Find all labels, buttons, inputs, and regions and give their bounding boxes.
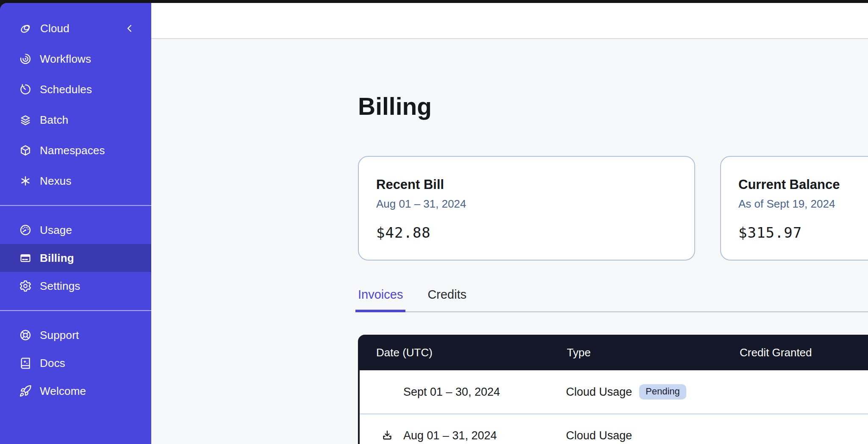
sidebar-item-label: Nexus: [40, 175, 72, 188]
billing-page: Billing Recent Bill Aug 01 – 31, 2024 $4…: [151, 39, 868, 444]
top-bar: [151, 3, 868, 39]
download-invoice-button[interactable]: [378, 429, 397, 442]
table-row: Sept 01 – 30, 2024 Cloud Usage Pending: [360, 370, 868, 413]
summary-cards: Recent Bill Aug 01 – 31, 2024 $42.88 Cur…: [358, 156, 868, 261]
type-cell: Cloud Usage Pending: [549, 384, 721, 399]
sidebar-item-welcome[interactable]: Welcome: [0, 377, 151, 405]
page-title: Billing: [358, 94, 868, 119]
billing-tabs: Invoices Credits: [358, 288, 868, 312]
sidebar-item-label: Billing: [40, 252, 74, 265]
sidebar-item-batch[interactable]: Batch: [0, 105, 151, 135]
sidebar-divider: [0, 205, 151, 206]
sidebar: Cloud Workflows: [0, 3, 151, 444]
sidebar-item-label: Batch: [40, 114, 69, 127]
nexus-asterisk-icon: [19, 175, 32, 187]
card-amount: $42.88: [376, 224, 677, 241]
invoice-date: Sept 01 – 30, 2024: [403, 386, 500, 399]
sidebar-nav-account: Usage Billing: [0, 216, 151, 300]
sidebar-item-settings[interactable]: Settings: [0, 272, 151, 300]
sidebar-divider: [0, 310, 151, 311]
batch-layers-icon: [19, 114, 32, 126]
column-header-credit-granted: Credit Granted: [721, 346, 868, 359]
usage-gauge-icon: [19, 224, 32, 236]
app-window: Cloud Workflows: [0, 3, 868, 444]
sidebar-item-namespaces[interactable]: Namespaces: [0, 135, 151, 166]
support-lifebuoy-icon: [19, 329, 32, 341]
card-amount: $315.97: [738, 224, 868, 241]
invoice-type: Cloud Usage: [566, 386, 632, 399]
schedules-clock-icon: [19, 83, 32, 96]
column-header-type: Type: [549, 346, 721, 359]
invoice-date: Aug 01 – 31, 2024: [403, 429, 497, 442]
sidebar-item-billing[interactable]: Billing: [0, 244, 151, 272]
date-cell: Sept 01 – 30, 2024: [360, 386, 549, 399]
sidebar-item-label: Support: [40, 329, 79, 342]
sidebar-item-docs[interactable]: Docs: [0, 349, 151, 377]
tab-credits[interactable]: Credits: [425, 288, 469, 311]
table-body: Sept 01 – 30, 2024 Cloud Usage Pending: [358, 370, 868, 444]
sidebar-item-label: Workflows: [40, 53, 91, 66]
type-cell: Cloud Usage: [549, 429, 721, 442]
welcome-rocket-icon: [19, 385, 32, 397]
sidebar-item-label: Namespaces: [40, 144, 105, 157]
recent-bill-card: Recent Bill Aug 01 – 31, 2024 $42.88: [358, 156, 695, 261]
product-name: Cloud: [40, 22, 69, 35]
docs-book-icon: [19, 357, 32, 369]
billing-credit-card-icon: [19, 252, 32, 264]
sidebar-item-label: Usage: [40, 224, 72, 237]
sidebar-item-support[interactable]: Support: [0, 321, 151, 349]
current-balance-card: Current Balance As of Sept 19, 2024 $315…: [720, 156, 868, 261]
invoices-table: Date (UTC) Type Credit Granted Sept 01 –…: [358, 335, 868, 444]
sidebar-header: Cloud: [0, 13, 151, 44]
namespaces-cube-icon: [19, 144, 32, 157]
status-badge: Pending: [639, 384, 686, 399]
settings-gear-icon: [19, 280, 32, 292]
chevron-left-icon: [124, 23, 135, 34]
table-header: Date (UTC) Type Credit Granted: [358, 335, 868, 370]
sidebar-item-label: Settings: [40, 280, 80, 293]
sidebar-item-schedules[interactable]: Schedules: [0, 74, 151, 105]
sidebar-item-usage[interactable]: Usage: [0, 216, 151, 244]
sidebar-collapse-button[interactable]: [122, 21, 137, 36]
table-row: Aug 01 – 31, 2024 Cloud Usage: [360, 413, 868, 444]
sidebar-nav-resources: Support Docs: [0, 321, 151, 405]
column-header-date: Date (UTC): [358, 346, 549, 359]
card-period: Aug 01 – 31, 2024: [376, 197, 677, 211]
temporal-logo-icon: [19, 22, 32, 35]
card-title: Recent Bill: [376, 177, 677, 193]
sidebar-nav-primary: Workflows Schedules: [0, 44, 151, 196]
workflows-spiral-icon: [19, 53, 32, 65]
card-title: Current Balance: [738, 177, 868, 193]
date-cell: Aug 01 – 31, 2024: [360, 429, 549, 442]
invoice-type: Cloud Usage: [566, 429, 632, 442]
sidebar-item-nexus[interactable]: Nexus: [0, 166, 151, 196]
main-area: Billing Recent Bill Aug 01 – 31, 2024 $4…: [151, 3, 868, 444]
tab-invoices[interactable]: Invoices: [355, 288, 405, 312]
sidebar-item-workflows[interactable]: Workflows: [0, 44, 151, 74]
card-period: As of Sept 19, 2024: [738, 197, 868, 211]
sidebar-item-label: Welcome: [40, 385, 86, 398]
sidebar-item-label: Schedules: [40, 83, 92, 96]
sidebar-item-label: Docs: [40, 357, 65, 370]
download-icon: [381, 429, 394, 442]
